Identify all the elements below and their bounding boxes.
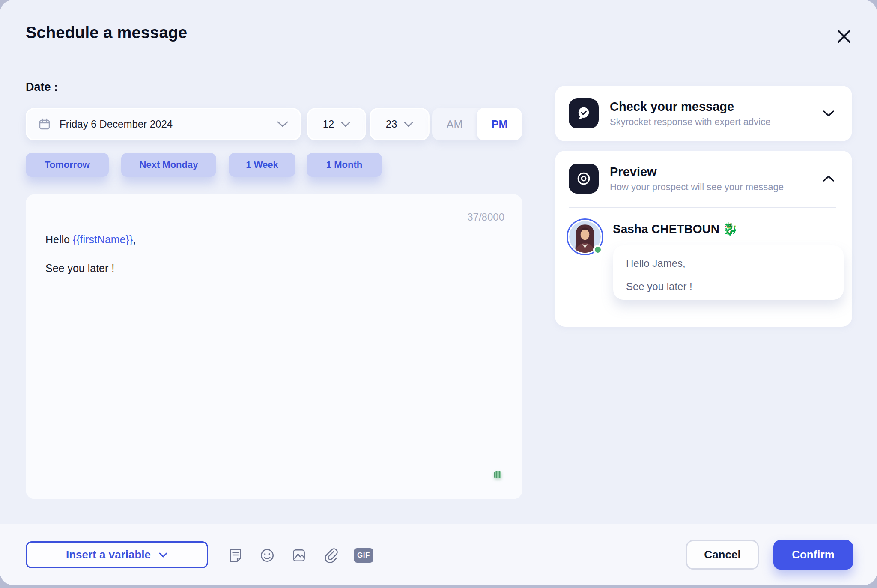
editor-line-2: See you later ! <box>45 261 503 275</box>
online-status-dot <box>593 245 603 254</box>
hour-select[interactable]: 12 <box>307 108 366 140</box>
insert-variable-button[interactable]: Insert a variable <box>26 541 208 568</box>
cancel-button[interactable]: Cancel <box>686 540 759 570</box>
close-icon <box>835 27 853 45</box>
confirm-button[interactable]: Confirm <box>773 540 853 570</box>
modal-footer: Insert a variable <box>0 524 877 585</box>
grammar-widget-icon[interactable] <box>494 471 501 478</box>
hour-value: 12 <box>323 118 334 130</box>
chevron-down-icon[interactable] <box>822 110 835 117</box>
editor-toolbar: GIF <box>227 547 373 564</box>
preview-card: Preview How your prospect will see your … <box>555 151 852 327</box>
quick-date-1-week[interactable]: 1 Week <box>229 153 295 177</box>
image-icon[interactable] <box>290 547 307 564</box>
check-message-header[interactable]: Check your message Skyrocket response wi… <box>555 86 852 128</box>
quick-date-next-monday[interactable]: Next Monday <box>121 153 216 177</box>
attachment-icon[interactable] <box>322 547 339 564</box>
editor-line-1: Hello {{firstName}}, <box>45 233 503 246</box>
minute-value: 23 <box>386 118 397 130</box>
close-button[interactable] <box>832 25 856 48</box>
date-picker-select[interactable]: Friday 6 December 2024 <box>26 108 301 140</box>
chevron-up-icon[interactable] <box>822 175 835 182</box>
preview-header[interactable]: Preview How your prospect will see your … <box>555 151 852 194</box>
gif-icon[interactable]: GIF <box>354 548 373 563</box>
calendar-icon <box>38 118 51 131</box>
meridiem-toggle: AM PM <box>432 108 522 140</box>
note-template-icon[interactable] <box>227 547 244 564</box>
check-message-subtitle: Skyrocket response with expert advice <box>610 116 811 128</box>
preview-message-line-2: See you later ! <box>626 281 831 293</box>
prospect-avatar <box>567 218 603 255</box>
quick-date-1-month[interactable]: 1 Month <box>307 153 382 177</box>
character-counter: 37/8000 <box>467 211 504 223</box>
emoji-icon[interactable] <box>259 547 276 564</box>
check-message-card: Check your message Skyrocket response wi… <box>555 86 852 141</box>
check-message-title: Check your message <box>610 100 811 114</box>
chevron-down-icon <box>341 122 350 127</box>
variable-token: {{firstName}} <box>73 233 133 245</box>
message-preview-bubble: Hello James, See you later ! <box>613 245 844 300</box>
chevron-down-icon <box>404 122 413 127</box>
chat-check-icon <box>569 98 599 128</box>
quick-date-tomorrow[interactable]: Tomorrow <box>26 153 109 177</box>
chevron-down-icon <box>158 552 168 558</box>
chevron-down-icon <box>277 121 289 128</box>
page-title: Schedule a message <box>26 24 187 42</box>
message-editor[interactable]: 37/8000 Hello {{firstName}}, See you lat… <box>26 194 522 499</box>
preview-title: Preview <box>610 165 811 179</box>
preview-eye-icon <box>569 164 599 194</box>
minute-select[interactable]: 23 <box>370 108 430 140</box>
pm-option-selected[interactable]: PM <box>477 108 522 140</box>
date-section-label: Date : <box>26 81 58 94</box>
divider <box>569 207 836 208</box>
prospect-name: Sasha CHETBOUN 🐉 <box>613 222 738 236</box>
am-option[interactable]: AM <box>432 108 477 140</box>
preview-message-line-1: Hello James, <box>626 257 831 269</box>
preview-subtitle: How your prospect will see your message <box>610 182 811 193</box>
schedule-message-modal: Schedule a message Date : Friday 6 Decem… <box>0 0 877 585</box>
date-value: Friday 6 December 2024 <box>60 118 268 130</box>
